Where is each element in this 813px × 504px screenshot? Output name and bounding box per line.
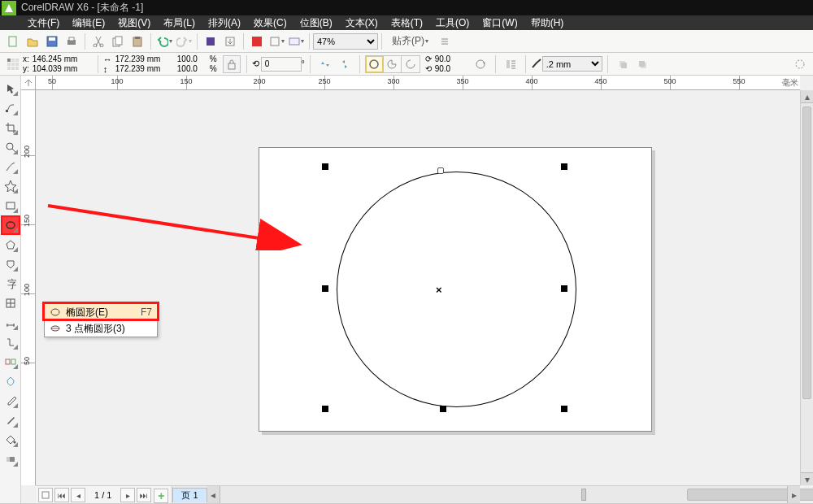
menu-table[interactable]: 表格(T): [385, 15, 429, 30]
connector-tool[interactable]: [2, 334, 19, 350]
menu-text[interactable]: 文本(X): [339, 15, 385, 30]
options-button[interactable]: [436, 33, 454, 50]
polygon-tool[interactable]: [2, 237, 19, 253]
to-front-button[interactable]: [614, 55, 632, 73]
table-tool[interactable]: [2, 295, 19, 311]
print-button[interactable]: [63, 33, 80, 50]
open-button[interactable]: [24, 33, 41, 50]
selection-handle-mr[interactable]: [561, 285, 567, 292]
freehand-tool[interactable]: [2, 159, 19, 175]
smart-fill-tool[interactable]: [2, 178, 19, 194]
selection-handle-ml[interactable]: [322, 285, 328, 292]
welcome-button[interactable]: ▾: [287, 33, 305, 50]
add-page-button[interactable]: +: [154, 489, 168, 503]
fill-tool[interactable]: [2, 432, 19, 448]
ellipse-arc-button[interactable]: [402, 56, 420, 72]
zoom-level-select[interactable]: 47%: [313, 33, 378, 50]
title-bar: CorelDRAW X6 - [未命名 -1]: [0, 0, 813, 15]
horizontal-ruler[interactable]: 50 100 150 200 250 300 350 400 450 500 5…: [36, 76, 800, 90]
outline-width-select[interactable]: .2 mm: [542, 56, 602, 72]
snap-button[interactable]: 贴齐(P) ▾: [386, 33, 434, 50]
save-button[interactable]: [43, 33, 61, 50]
paste-button[interactable]: [128, 33, 146, 50]
last-page-button[interactable]: ⏭: [137, 488, 151, 502]
scrollbar-thumb[interactable]: [802, 106, 811, 399]
interactive-fill-tool[interactable]: [2, 451, 19, 467]
selection-handle-bm[interactable]: [440, 406, 446, 412]
ellipse-pie-button[interactable]: [384, 56, 402, 72]
rectangle-tool[interactable]: [2, 198, 19, 214]
vertical-ruler[interactable]: 200 150 100 50: [21, 90, 36, 485]
scrollbar-right-button[interactable]: ▸: [787, 486, 800, 503]
export-button[interactable]: [221, 33, 239, 50]
menu-view[interactable]: 视图(V): [111, 15, 157, 30]
shape-tool[interactable]: [2, 100, 19, 116]
scale-y-input[interactable]: [176, 63, 208, 75]
publish-pdf-button[interactable]: [248, 33, 266, 50]
eyedropper-tool[interactable]: [2, 393, 19, 409]
horizontal-scrollbar[interactable]: ◂ ▸: [207, 486, 800, 503]
menu-tools[interactable]: 工具(O): [429, 15, 476, 30]
lock-ratio-button[interactable]: [223, 55, 241, 73]
menu-effects[interactable]: 效果(C): [247, 15, 293, 30]
scrollbar-down-button[interactable]: ▾: [801, 472, 813, 485]
text-tool[interactable]: 字: [2, 276, 19, 292]
copy-button[interactable]: [109, 33, 127, 50]
ellipse-flyout-item-3pt[interactable]: 3 点椭圆形(3): [45, 320, 157, 337]
dimension-tool[interactable]: [2, 315, 19, 331]
arc-angle2-input[interactable]: [433, 63, 466, 75]
pick-tool[interactable]: [2, 80, 19, 97]
menu-edit[interactable]: 编辑(E): [66, 15, 111, 30]
object-origin-button[interactable]: [4, 55, 22, 73]
scrollbar-splitter[interactable]: [581, 489, 586, 501]
mirror-v-button[interactable]: [336, 55, 354, 73]
rotation-input[interactable]: [261, 57, 302, 72]
undo-button[interactable]: ▾: [155, 33, 173, 50]
selection-handle-tl[interactable]: [322, 163, 328, 170]
menu-file[interactable]: 文件(F): [21, 15, 66, 30]
menu-bitmap[interactable]: 位图(B): [293, 15, 339, 30]
arc-direction-button[interactable]: [472, 55, 489, 73]
prev-page-button[interactable]: ◂: [71, 488, 85, 502]
redo-button[interactable]: ▾: [175, 33, 193, 50]
ellipse-object[interactable]: [337, 172, 576, 407]
selection-handle-tm[interactable]: [437, 167, 444, 174]
app-launcher-button[interactable]: ▾: [267, 33, 285, 50]
selection-handle-tr[interactable]: [561, 163, 567, 170]
to-back-button[interactable]: [633, 55, 651, 73]
first-page-button[interactable]: ⏮: [54, 488, 69, 502]
page-tab-1[interactable]: 页 1: [172, 488, 207, 502]
ellipse-tool[interactable]: [2, 217, 19, 233]
cut-button[interactable]: [89, 33, 107, 50]
zoom-tool[interactable]: [2, 139, 19, 155]
height-input[interactable]: [114, 63, 171, 75]
next-page-button[interactable]: ▸: [120, 488, 135, 502]
scrollbar-left-button[interactable]: ◂: [207, 486, 220, 503]
ruler-origin-button[interactable]: [21, 76, 36, 90]
selection-handle-br[interactable]: [561, 406, 567, 412]
menu-layout[interactable]: 布局(L): [157, 15, 202, 30]
canvas[interactable]: ×: [36, 90, 800, 485]
mirror-h-button[interactable]: [316, 55, 334, 73]
scrollbar-up-button[interactable]: ▴: [801, 90, 813, 103]
convert-curves-button[interactable]: [791, 55, 809, 73]
selection-center-icon[interactable]: ×: [436, 284, 442, 296]
ellipse-full-button[interactable]: [366, 56, 384, 72]
selection-handle-bl[interactable]: [322, 406, 328, 412]
basic-shapes-tool[interactable]: [2, 256, 19, 272]
transparency-tool[interactable]: [2, 373, 19, 389]
wrap-text-button[interactable]: [502, 55, 520, 73]
ellipse-flyout-item-ellipse[interactable]: 椭圆形(E) F7: [45, 304, 157, 320]
interactive-blend-tool[interactable]: [2, 354, 19, 370]
outline-pen-tool[interactable]: [2, 412, 19, 428]
vertical-scrollbar[interactable]: ▴ ▾: [800, 90, 813, 485]
menu-arrange[interactable]: 排列(A): [202, 15, 247, 30]
workspace[interactable]: 50 100 150 200 250 300 350 400 450 500 5…: [21, 76, 813, 503]
menu-window[interactable]: 窗口(W): [476, 15, 524, 30]
add-page-before-button[interactable]: [38, 488, 53, 502]
crop-tool[interactable]: [2, 119, 19, 136]
import-button[interactable]: [202, 33, 220, 50]
menu-help[interactable]: 帮助(H): [524, 15, 571, 30]
new-button[interactable]: [4, 33, 22, 50]
y-position-input[interactable]: [31, 63, 88, 75]
